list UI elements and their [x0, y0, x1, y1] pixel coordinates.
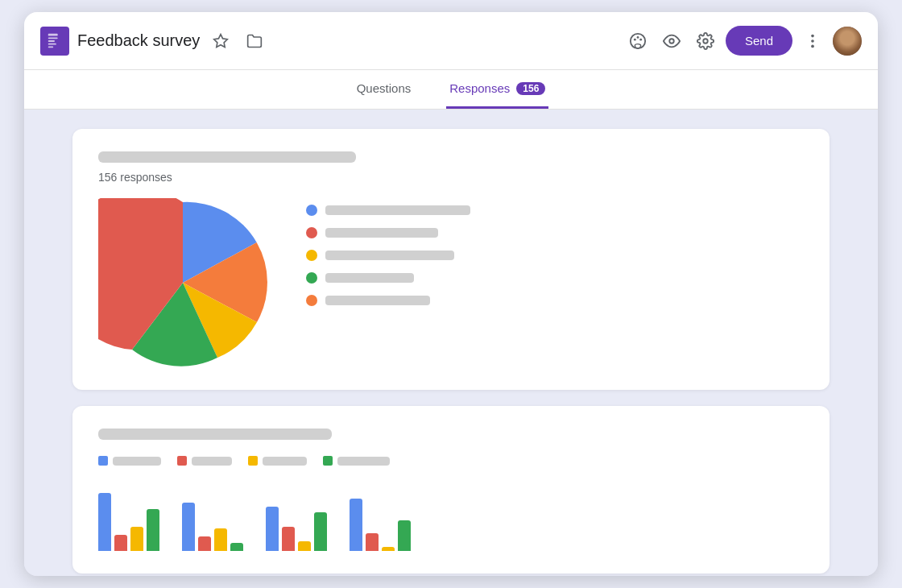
- forms-app-icon: [40, 27, 69, 56]
- legend-item-3: [306, 250, 804, 261]
- bar-chart-area: [98, 478, 804, 551]
- bar-legend-text-1: [113, 457, 161, 466]
- content-area: 156 responses: [24, 110, 878, 576]
- more-options-button[interactable]: [799, 27, 826, 55]
- bar-4-yellow: [382, 547, 395, 551]
- pie-chart-card: 156 responses: [72, 129, 830, 390]
- svg-rect-3: [48, 43, 56, 44]
- bar-legend-color-green: [323, 456, 333, 466]
- bar-legend-color-blue: [98, 456, 108, 466]
- legend-dot-blue: [306, 205, 317, 216]
- bar-4-green: [398, 520, 411, 551]
- legend-bar-4: [325, 273, 414, 283]
- bar-legend-color-red: [177, 456, 187, 466]
- legend-item-4: [306, 272, 804, 284]
- svg-point-14: [811, 44, 814, 48]
- bar-1-yellow: [130, 527, 143, 551]
- legend-section: [306, 205, 804, 306]
- document-title: Feedback survey: [77, 31, 200, 50]
- bar-legend-item-4: [323, 456, 390, 466]
- bar-group-3: [266, 507, 327, 551]
- tabs-bar: Questions Responses 156: [24, 70, 878, 110]
- svg-rect-2: [48, 40, 55, 42]
- header-left: Feedback survey: [40, 27, 624, 56]
- send-button[interactable]: Send: [726, 26, 792, 56]
- bar-3-blue: [266, 507, 279, 551]
- app-window: Feedback survey: [24, 12, 878, 576]
- folder-button[interactable]: [242, 28, 267, 54]
- bar-3-yellow: [298, 541, 311, 551]
- bar-2-blue: [182, 503, 195, 551]
- legend-dot-red: [306, 227, 317, 238]
- response-count: 156 responses: [98, 171, 804, 184]
- star-button[interactable]: [208, 28, 234, 54]
- svg-point-6: [631, 33, 645, 48]
- avatar[interactable]: [833, 27, 862, 56]
- bar-chart-card: [72, 406, 830, 574]
- svg-rect-1: [48, 37, 58, 39]
- preview-button[interactable]: [658, 27, 685, 55]
- legend-bar-3: [325, 251, 454, 260]
- bar-2-yellow: [214, 528, 227, 551]
- bar-legend-text-2: [192, 457, 232, 466]
- bar-1-blue: [98, 493, 111, 551]
- bar-card-title-skeleton: [98, 429, 332, 440]
- bar-card-top: [98, 429, 804, 466]
- bar-4-blue: [350, 499, 362, 551]
- header: Feedback survey: [24, 12, 878, 70]
- svg-point-9: [639, 38, 642, 40]
- svg-marker-5: [214, 34, 228, 47]
- bar-1-green: [147, 509, 159, 551]
- header-right: Send: [624, 26, 862, 56]
- pie-section: [98, 198, 267, 367]
- bar-legend-color-yellow: [248, 456, 258, 466]
- legend-dot-orange: [306, 295, 317, 306]
- svg-point-8: [637, 36, 639, 39]
- bar-legend-text-3: [263, 457, 307, 466]
- bar-3-red: [282, 527, 295, 551]
- bar-4-red: [366, 533, 379, 551]
- svg-rect-4: [48, 46, 53, 48]
- svg-point-7: [634, 38, 636, 40]
- bar-group-4: [350, 499, 411, 551]
- bar-3-green: [314, 512, 327, 551]
- legend-item-5: [306, 295, 804, 306]
- palette-button[interactable]: [624, 27, 652, 55]
- bar-group-1: [98, 493, 159, 551]
- pie-card-body: [98, 198, 804, 367]
- legend-bar-1: [325, 205, 470, 215]
- legend-item-1: [306, 205, 804, 216]
- bar-legend-item-1: [98, 456, 161, 466]
- settings-button[interactable]: [692, 27, 719, 55]
- responses-badge: 156: [516, 82, 545, 95]
- bar-legend-text-4: [337, 457, 390, 466]
- bar-2-green: [230, 543, 243, 551]
- legend-item-2: [306, 227, 804, 238]
- legend-dot-yellow: [306, 250, 317, 261]
- legend-bar-2: [325, 228, 438, 238]
- tab-questions[interactable]: Questions: [354, 70, 415, 109]
- card-title-skeleton: [98, 151, 356, 163]
- svg-point-13: [811, 39, 814, 43]
- bar-legend-item-2: [177, 456, 232, 466]
- svg-point-11: [703, 39, 708, 43]
- svg-point-12: [811, 34, 814, 37]
- bar-legend-item-3: [248, 456, 307, 466]
- svg-point-10: [669, 39, 674, 43]
- legend-bar-5: [325, 296, 430, 305]
- legend-dot-green: [306, 272, 317, 284]
- pie-chart: [98, 198, 267, 367]
- bar-1-red: [114, 535, 127, 551]
- bar-group-2: [182, 503, 243, 551]
- svg-rect-0: [48, 33, 58, 35]
- tab-responses[interactable]: Responses 156: [446, 70, 548, 109]
- bar-2-red: [198, 536, 211, 551]
- bar-legend-row: [98, 456, 804, 466]
